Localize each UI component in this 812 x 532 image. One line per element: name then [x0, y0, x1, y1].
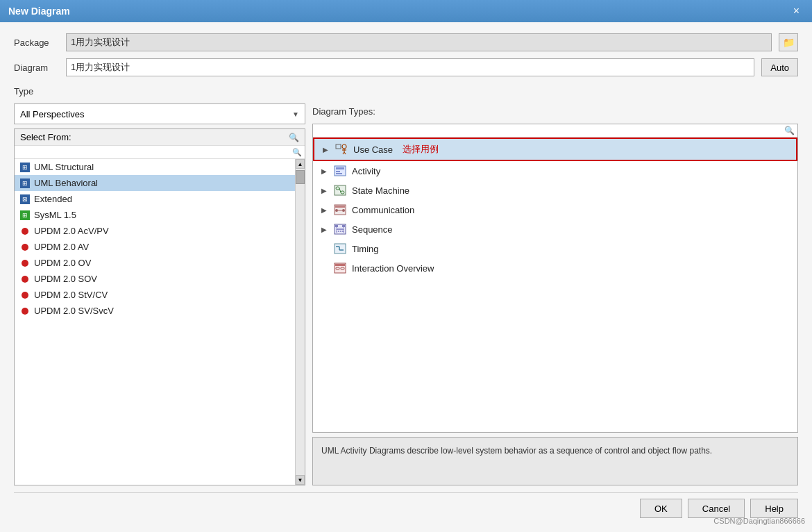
package-row: Package 📁 [14, 33, 798, 51]
svg-rect-20 [335, 225, 338, 227]
left-scrollbar[interactable]: ▲ ▼ [295, 159, 305, 485]
dt-item-communication[interactable]: ▶ Communication [313, 200, 797, 219]
list-item[interactable]: UPDM 2.0 OV [15, 255, 295, 271]
updm-av-label: UPDM 2.0 AV [34, 242, 89, 252]
select-search-bar: 🔍 [15, 146, 305, 159]
svg-rect-7 [336, 167, 344, 169]
activity-label: Activity [352, 166, 380, 176]
perspective-selected: All Perspectives [20, 109, 84, 119]
dt-search-icon: 🔍 [784, 126, 795, 135]
svg-point-1 [342, 144, 346, 149]
dt-item-timing[interactable]: ▶ Timing [313, 239, 797, 258]
select-from-label: Select From: [20, 132, 71, 142]
svg-rect-21 [342, 225, 345, 227]
interaction-overview-label: Interaction Overview [352, 263, 434, 274]
dt-item-interaction-overview[interactable]: ▶ Interaction Overview [313, 258, 797, 278]
activity-arrow-icon: ▶ [321, 167, 328, 175]
list-item[interactable]: ⊞ UML Structural [15, 159, 295, 175]
select-search-icon: 🔍 [289, 133, 299, 142]
updm-svsvcv-icon [22, 308, 28, 315]
ok-button[interactable]: OK [640, 499, 682, 518]
use-case-chinese-label: 选择用例 [403, 143, 439, 156]
svg-rect-8 [336, 171, 340, 172]
timing-icon [334, 243, 346, 254]
left-panel: All Perspectives ▼ Select From: 🔍 🔍 ⊞ [14, 103, 305, 485]
select-list: ⊞ UML Structural ⊞ UML Behavioral ⊠ Exte… [15, 159, 295, 485]
dt-item-state-machine[interactable]: ▶ State Machine [313, 181, 797, 200]
diagram-label: Diagram [14, 63, 59, 73]
title-bar: New Diagram × [0, 0, 812, 22]
sequence-arrow-icon: ▶ [321, 226, 328, 233]
uml-behavioral-label: UML Behavioral [34, 178, 98, 188]
scroll-thumb[interactable] [296, 170, 305, 184]
communication-label: Communication [352, 205, 414, 215]
communication-icon [334, 204, 346, 215]
list-item[interactable]: ⊞ UML Behavioral [15, 175, 295, 191]
description-text: UML Activity Diagrams describe low-level… [321, 446, 712, 456]
main-content: All Perspectives ▼ Select From: 🔍 🔍 ⊞ [14, 103, 798, 485]
diagram-types-list: ▶ Use Case 选择用例 [313, 138, 797, 432]
help-button[interactable]: Help [750, 499, 798, 518]
sequence-icon [334, 224, 346, 235]
diagram-input[interactable] [66, 58, 754, 76]
updm-ov-label: UPDM 2.0 OV [34, 258, 91, 268]
updm-av-icon [22, 244, 28, 251]
package-folder-button[interactable]: 📁 [779, 33, 798, 51]
dialog-title: New Diagram [8, 6, 70, 17]
interaction-overview-icon [334, 263, 346, 274]
extended-label: Extended [34, 194, 72, 204]
svg-rect-0 [336, 144, 341, 149]
activity-icon [334, 165, 346, 176]
diagram-row: Diagram Auto [14, 58, 798, 76]
list-item[interactable]: UPDM 2.0 AV [15, 239, 295, 255]
state-machine-label: State Machine [352, 185, 409, 196]
uml-structural-icon: ⊞ [20, 163, 30, 172]
dt-item-sequence[interactable]: ▶ Sequence [313, 219, 797, 239]
bottom-bar: OK Cancel Help [14, 492, 798, 521]
list-item[interactable]: ⊠ Extended [15, 191, 295, 207]
auto-button[interactable]: Auto [761, 58, 798, 76]
scroll-down-arrow-icon[interactable]: ▼ [296, 475, 305, 485]
use-case-label: Use Case [353, 144, 393, 155]
svg-rect-15 [335, 206, 345, 208]
svg-point-17 [342, 209, 345, 212]
updm-stvcv-label: UPDM 2.0 StV/CV [34, 290, 108, 300]
state-machine-icon [334, 185, 346, 196]
updm-acvpv-label: UPDM 2.0 AcV/PV [34, 226, 109, 236]
updm-acvpv-icon [22, 228, 28, 235]
select-from-panel: Select From: 🔍 🔍 ⊞ UML Structural ⊞ [14, 128, 305, 485]
select-from-header-row: Select From: 🔍 [15, 129, 305, 146]
dt-item-activity[interactable]: ▶ Activity [313, 161, 797, 181]
scroll-up-arrow-icon[interactable]: ▲ [296, 159, 305, 169]
package-input[interactable] [66, 33, 772, 51]
uml-structural-label: UML Structural [34, 162, 94, 172]
dt-item-use-case[interactable]: ▶ Use Case 选择用例 [313, 138, 797, 161]
updm-stvcv-icon [22, 292, 28, 299]
use-case-icon [335, 144, 348, 155]
updm-svsvcv-label: UPDM 2.0 SV/SvcV [34, 306, 114, 316]
list-item[interactable]: ⊞ SysML 1.5 [15, 207, 295, 223]
close-button[interactable]: × [789, 4, 804, 18]
dropdown-arrow-icon: ▼ [292, 110, 299, 118]
cancel-button[interactable]: Cancel [688, 499, 745, 518]
dialog-body: Package 📁 Diagram Auto Type All Perspect… [0, 22, 812, 532]
list-item[interactable]: UPDM 2.0 StV/CV [15, 287, 295, 303]
list-item[interactable]: UPDM 2.0 AcV/PV [15, 223, 295, 239]
description-box: UML Activity Diagrams describe low-level… [312, 437, 798, 485]
sysml-icon: ⊞ [20, 210, 30, 220]
diagram-types-search-row: 🔍 [313, 124, 797, 138]
sysml-label: SysML 1.5 [34, 210, 76, 220]
svg-rect-26 [335, 244, 346, 253]
extended-icon: ⊠ [20, 194, 30, 204]
list-item[interactable]: UPDM 2.0 SOV [15, 271, 295, 287]
uml-behavioral-icon: ⊞ [20, 178, 30, 188]
select-search-input[interactable] [17, 147, 292, 157]
updm-sov-label: UPDM 2.0 SOV [34, 274, 97, 284]
updm-sov-icon [22, 276, 28, 283]
list-item[interactable]: UPDM 2.0 SV/SvcV [15, 303, 295, 319]
use-case-arrow-icon: ▶ [323, 146, 330, 153]
svg-point-16 [335, 209, 338, 212]
select-search-icon2: 🔍 [292, 148, 302, 157]
communication-arrow-icon: ▶ [321, 206, 328, 214]
perspective-dropdown[interactable]: All Perspectives ▼ [14, 103, 305, 124]
